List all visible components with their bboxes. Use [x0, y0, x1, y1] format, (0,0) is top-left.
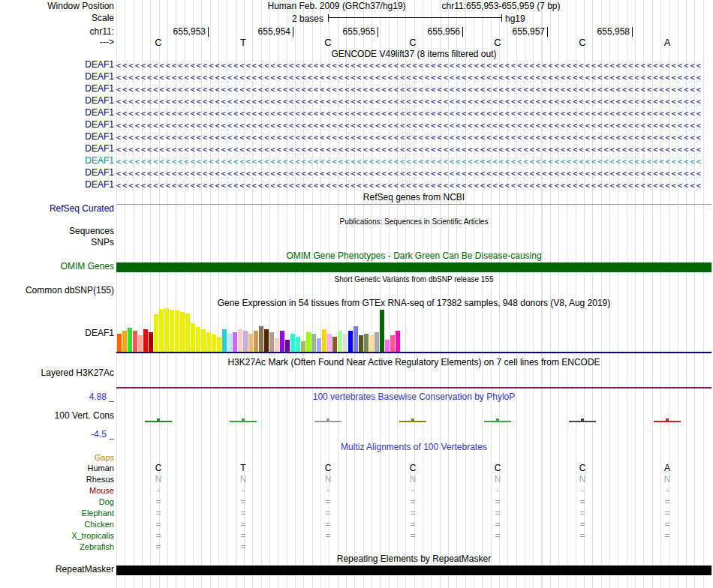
gtex-tissue-bar[interactable] — [296, 337, 300, 352]
repeatmasker-bar[interactable] — [116, 566, 711, 575]
gtex-tissue-bar[interactable] — [390, 335, 395, 352]
gtex-tissue-bar[interactable] — [222, 329, 227, 352]
repeatmasker-track-label[interactable]: RepeatMasker — [56, 565, 114, 574]
gtex-tissue-bar[interactable] — [217, 337, 221, 352]
gtex-tissue-bar[interactable] — [290, 334, 295, 352]
species-label[interactable]: X_tropicalis — [71, 531, 114, 541]
gtex-tissue-bar[interactable] — [311, 334, 316, 352]
gtex-tissue-bar[interactable] — [227, 334, 232, 352]
gtex-tissue-bar[interactable] — [322, 329, 326, 352]
gencode-gene-label[interactable]: DEAF1 — [85, 60, 114, 70]
gtex-tissue-bar[interactable] — [385, 340, 390, 352]
track-image-area[interactable]: Human Feb. 2009 (GRCh37/hg19)chr11:655,9… — [116, 0, 711, 588]
gencode-gene-item[interactable]: <<<<<<<<<<<<<<<<<<<<<<<<<<<<<<<<<<<<<<<<… — [116, 157, 711, 166]
species-label[interactable]: Gaps — [95, 453, 114, 463]
gtex-tissue-bar[interactable] — [254, 331, 258, 352]
gencode-gene-label[interactable]: DEAF1 — [85, 168, 114, 178]
gtex-tissue-bar[interactable] — [359, 335, 363, 352]
gencode-gene-item[interactable]: <<<<<<<<<<<<<<<<<<<<<<<<<<<<<<<<<<<<<<<<… — [116, 145, 711, 154]
gencode-gene-item[interactable]: <<<<<<<<<<<<<<<<<<<<<<<<<<<<<<<<<<<<<<<<… — [116, 133, 711, 142]
gtex-tissue-bar[interactable] — [264, 329, 269, 352]
gtex-tissue-bar[interactable] — [380, 310, 384, 352]
gtex-tissue-bar[interactable] — [212, 334, 216, 352]
gtex-tissue-bar[interactable] — [170, 310, 174, 352]
gtex-tissue-bar[interactable] — [275, 338, 279, 352]
gtex-tissue-bar[interactable] — [332, 337, 337, 352]
gtex-tissue-bar[interactable] — [364, 334, 369, 352]
snps-track-label[interactable]: SNPs — [91, 238, 114, 248]
gtex-tissue-bar[interactable] — [175, 310, 179, 352]
gtex-tissue-bar[interactable] — [353, 326, 358, 352]
gtex-tissue-bar[interactable] — [243, 331, 248, 352]
gtex-tissue-bar[interactable] — [343, 334, 347, 352]
species-label[interactable]: Chicken — [84, 520, 114, 530]
gencode-gene-label[interactable]: DEAF1 — [85, 96, 114, 106]
gtex-tissue-bar[interactable] — [238, 329, 242, 352]
gencode-gene-label[interactable]: DEAF1 — [85, 120, 114, 130]
gtex-gene-label[interactable]: DEAF1 — [85, 328, 114, 338]
gencode-gene-label[interactable]: DEAF1 — [85, 144, 114, 154]
gencode-gene-item[interactable]: <<<<<<<<<<<<<<<<<<<<<<<<<<<<<<<<<<<<<<<<… — [116, 121, 711, 130]
gtex-tissue-bar[interactable] — [348, 331, 353, 352]
gtex-tissue-bar[interactable] — [375, 332, 379, 352]
gtex-tissue-bar[interactable] — [369, 335, 374, 352]
gencode-gene-label[interactable]: DEAF1 — [85, 180, 114, 190]
species-label[interactable]: Mouse — [89, 486, 114, 496]
gtex-tissue-bar[interactable] — [185, 314, 190, 352]
gtex-tissue-bar[interactable] — [248, 334, 253, 352]
sequences-track-label[interactable]: Sequences — [69, 226, 114, 236]
gtex-tissue-bar[interactable] — [149, 332, 153, 352]
gtex-tissue-bar[interactable] — [306, 332, 311, 352]
phylop-track-label[interactable]: 100 Vert. Cons — [55, 411, 114, 421]
gtex-tissue-bar[interactable] — [317, 338, 321, 352]
refseq-track-label[interactable]: RefSeq Curated — [50, 204, 114, 214]
gtex-tissue-bar[interactable] — [138, 335, 143, 352]
omim-gene-bar[interactable] — [116, 262, 711, 272]
omim-track-label[interactable]: OMIM Genes — [61, 262, 114, 272]
species-label[interactable]: Human — [88, 464, 114, 473]
species-label[interactable]: Rhesus — [86, 475, 114, 484]
species-label[interactable]: Dog — [99, 497, 114, 507]
gtex-tissue-bar[interactable] — [280, 331, 284, 352]
gtex-tissue-bar[interactable] — [301, 341, 305, 352]
gtex-tissue-bar[interactable] — [117, 334, 122, 352]
gencode-gene-label[interactable]: DEAF1 — [85, 84, 114, 94]
gtex-tissue-bar[interactable] — [233, 332, 237, 352]
gtex-tissue-bar[interactable] — [143, 329, 148, 352]
gtex-tissue-bar[interactable] — [285, 340, 290, 352]
gencode-gene-item[interactable]: <<<<<<<<<<<<<<<<<<<<<<<<<<<<<<<<<<<<<<<<… — [116, 85, 711, 94]
gencode-gene-label[interactable]: DEAF1 — [85, 108, 114, 118]
gencode-gene-item[interactable]: <<<<<<<<<<<<<<<<<<<<<<<<<<<<<<<<<<<<<<<<… — [116, 61, 711, 70]
gtex-tissue-bar[interactable] — [259, 326, 263, 352]
gtex-tissue-bar[interactable] — [133, 331, 137, 352]
gtex-tissue-bar[interactable] — [338, 331, 342, 352]
gtex-tissue-bar[interactable] — [196, 327, 200, 352]
gtex-tissue-bar[interactable] — [206, 332, 211, 352]
gtex-tissue-bar[interactable] — [154, 314, 158, 352]
gencode-gene-item[interactable]: <<<<<<<<<<<<<<<<<<<<<<<<<<<<<<<<<<<<<<<<… — [116, 181, 711, 190]
gtex-tissue-bar[interactable] — [191, 323, 195, 352]
gencode-gene-item[interactable]: <<<<<<<<<<<<<<<<<<<<<<<<<<<<<<<<<<<<<<<<… — [116, 97, 711, 106]
h3k27ac-track-label[interactable]: Layered H3K27Ac — [41, 368, 114, 378]
gtex-tissue-bar[interactable] — [269, 332, 274, 352]
gencode-gene-item[interactable]: <<<<<<<<<<<<<<<<<<<<<<<<<<<<<<<<<<<<<<<<… — [116, 169, 711, 178]
gtex-tissue-bar[interactable] — [396, 331, 400, 352]
gencode-gene-label[interactable]: DEAF1 — [85, 156, 114, 166]
gencode-gene-item[interactable]: <<<<<<<<<<<<<<<<<<<<<<<<<<<<<<<<<<<<<<<<… — [116, 109, 711, 118]
gtex-tissue-bar[interactable] — [180, 312, 185, 352]
gencode-gene-label[interactable]: DEAF1 — [85, 132, 114, 142]
gtex-tissue-bar[interactable] — [201, 329, 206, 352]
alignment-symbol: N — [579, 475, 586, 484]
species-label[interactable]: Zebrafish — [80, 542, 114, 552]
species-label[interactable]: Elephant — [82, 508, 114, 518]
phylop-mark — [569, 421, 596, 422]
gtex-tissue-bar[interactable] — [122, 331, 127, 352]
gtex-tissue-bar[interactable] — [327, 334, 332, 352]
multiz-track-title: Multiz Alignments of 100 Vertebrates — [116, 442, 711, 452]
dbsnp-track-label[interactable]: Common dbSNP(155) — [26, 286, 114, 296]
gtex-tissue-bar[interactable] — [164, 308, 169, 352]
gtex-tissue-bar[interactable] — [128, 328, 132, 352]
gencode-gene-item[interactable]: <<<<<<<<<<<<<<<<<<<<<<<<<<<<<<<<<<<<<<<<… — [116, 73, 711, 82]
gtex-tissue-bar[interactable] — [159, 309, 164, 352]
gencode-gene-label[interactable]: DEAF1 — [85, 72, 114, 82]
